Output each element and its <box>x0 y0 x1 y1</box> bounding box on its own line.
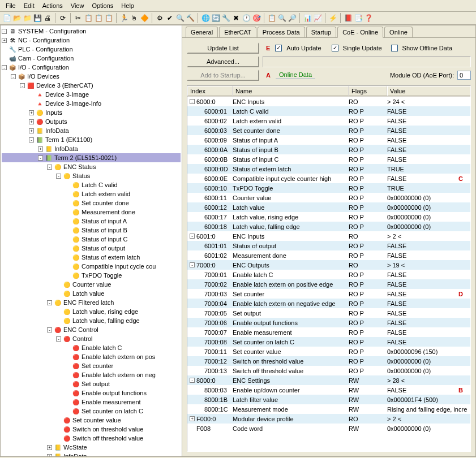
grid-row[interactable]: F008 Code word RW 0x00000000 (0) <box>187 424 470 433</box>
paste-icon[interactable]: 📋 <box>94 14 103 23</box>
tree-expander[interactable]: + <box>29 110 34 115</box>
list-icon[interactable]: 📋 <box>267 14 276 23</box>
tab-startup[interactable]: Startup <box>306 27 336 37</box>
tree-item[interactable]: +📒InfoData <box>2 126 181 135</box>
tree-expander[interactable]: - <box>56 174 61 179</box>
book-icon[interactable]: 📕 <box>344 14 353 23</box>
tree-item[interactable]: +📒InfoData <box>2 144 181 153</box>
tree-expander[interactable]: - <box>56 336 61 342</box>
mouse-icon[interactable]: 🖱 <box>130 14 139 23</box>
grid-row[interactable]: 6000:0A Status of input B RO P FALSE <box>187 145 470 154</box>
auto-update-checkbox[interactable]: ✓ <box>275 45 282 51</box>
grid-row[interactable]: 7000:05 Set output RO P FALSE <box>187 308 470 318</box>
tree-item[interactable]: 📹Cam - Configuration <box>2 54 181 63</box>
tree-expander[interactable]: + <box>29 128 34 133</box>
open-icon[interactable]: 📂 <box>12 14 22 23</box>
tree-expander[interactable]: - <box>47 300 52 305</box>
tree-item[interactable]: -📦I/O Devices <box>2 72 181 81</box>
grid-row[interactable]: 6000:18 Latch value, falling edge RO P 0… <box>187 222 470 231</box>
tree-item[interactable]: +📒WcState <box>2 443 181 452</box>
grid-row[interactable]: 6000:03 Set counter done RO P FALSE <box>187 126 470 135</box>
grid-row[interactable]: 6000:10 TxPDO Toggle RO P TRUE <box>187 183 470 193</box>
tree-item[interactable]: 🔴Enable measurement <box>2 397 181 407</box>
tree-item[interactable]: 🟡Latch value, falling edge <box>2 316 181 325</box>
grid-row[interactable]: 8000:03 Enable up/down counter RW FALSE … <box>187 385 470 395</box>
col-name[interactable]: Name <box>233 86 349 96</box>
cut-icon[interactable]: ✂ <box>74 14 83 23</box>
tree-item[interactable]: -📦I/O - Configuration <box>2 63 181 72</box>
tree-expander[interactable]: - <box>29 137 34 142</box>
tree-item[interactable]: -🟡ENC Filtered latch <box>2 298 181 307</box>
tree-expander[interactable]: + <box>29 119 34 124</box>
grid-row[interactable]: 6000:12 Latch value RO P 0x00000000 (0) <box>187 202 470 212</box>
grid-expander[interactable]: - <box>190 378 195 383</box>
tree-item[interactable]: 🟡Status of output <box>2 244 181 253</box>
menu-help[interactable]: Help <box>118 1 138 10</box>
tree-item[interactable]: 🔴Set counter on latch C <box>2 407 181 416</box>
tree-item[interactable]: 🔴Set counter value <box>2 416 181 425</box>
tab-coe---online[interactable]: CoE - Online <box>337 27 383 38</box>
run-icon[interactable]: 🏃 <box>119 14 128 23</box>
help-icon[interactable]: ❓ <box>364 14 373 23</box>
tree-item[interactable]: 🔺Device 3-Image <box>2 90 181 99</box>
tree-item[interactable]: -📗Term 1 (EK1100) <box>2 135 181 144</box>
tab-ethercat[interactable]: EtherCAT <box>219 27 256 37</box>
grid-row[interactable]: 6000:17 Latch value, rising edge RO P 0x… <box>187 212 470 222</box>
tree-item[interactable]: +🛠NC - Configuration <box>2 36 181 45</box>
tree-item[interactable]: +🟡Inputs <box>2 108 181 117</box>
target-icon[interactable]: 🎯 <box>252 14 261 23</box>
tree-item[interactable]: -🟡ENC Status <box>2 162 181 171</box>
tree-item[interactable]: 🟡Measurement done <box>2 208 181 217</box>
fx2-icon[interactable]: 📈 <box>313 14 322 23</box>
tree-item[interactable]: -🟡Status <box>2 171 181 180</box>
tree-item[interactable]: 🟡Latch value, rising edge <box>2 307 181 316</box>
grid-expander[interactable]: - <box>190 99 195 104</box>
grid-row[interactable]: +F000:0 Modular device profile RO > 2 < <box>187 414 470 424</box>
tree-item[interactable]: 🟡Latch value <box>2 289 181 298</box>
grid-row[interactable]: -8000:0 ENC Settings RW > 28 < <box>187 375 470 385</box>
tree-item[interactable]: 🟡Counter value <box>2 280 181 289</box>
grid-row[interactable]: 6000:0E Compatible input cycle counter h… <box>187 174 470 183</box>
wrench-icon[interactable]: 🔧 <box>221 14 230 23</box>
tree-item[interactable]: 🟡Latch C valid <box>2 180 181 189</box>
grid-row[interactable]: -7000:0 ENC Outputs RO > 19 < <box>187 260 470 270</box>
new-icon[interactable]: 📄 <box>2 14 11 23</box>
tree-item[interactable]: -🔴Control <box>2 334 181 343</box>
print-icon[interactable]: 🖨 <box>43 14 52 23</box>
tree-expander[interactable]: - <box>20 83 25 88</box>
grid-row[interactable]: 7000:07 Enable measurement RO P FALSE <box>187 327 470 337</box>
grid-row[interactable]: 7000:04 Enable latch extern on negative … <box>187 299 470 308</box>
tree-expander[interactable]: + <box>38 146 43 152</box>
tree-item[interactable]: 🟡Status of input A <box>2 217 181 226</box>
fx1-icon[interactable]: 📊 <box>303 14 312 23</box>
grid-row[interactable]: -6000:0 ENC Inputs RO > 24 < <box>187 97 470 106</box>
search-icon[interactable]: 🔍 <box>277 14 286 23</box>
grid-row[interactable]: 6000:0B Status of input C RO P FALSE <box>187 154 470 164</box>
grid-row[interactable]: -6001:0 ENC Inputs RO > 2 < <box>187 231 470 241</box>
sync-icon[interactable]: 🔄 <box>211 14 220 23</box>
menu-view[interactable]: View <box>67 1 88 10</box>
tree-item[interactable]: 🔴Enable latch C <box>2 343 181 352</box>
col-index[interactable]: Index <box>187 86 233 96</box>
menu-edit[interactable]: Edit <box>20 1 38 10</box>
grid-row[interactable]: 8000:1B Latch filter value RW 0x000001F4… <box>187 395 470 404</box>
tree-expander[interactable]: - <box>11 74 16 79</box>
find-icon[interactable]: 🔍 <box>175 14 185 23</box>
grid-row[interactable]: 7000:01 Enable latch C RO P FALSE <box>187 270 470 279</box>
grid-row[interactable]: 7000:11 Set counter value RO P 0x0000009… <box>187 347 470 356</box>
tree-item[interactable]: 🟡Compatible input cycle cou <box>2 262 181 271</box>
x-icon[interactable]: ✖ <box>231 14 241 23</box>
grid-row[interactable]: 6000:01 Latch C valid RO P FALSE <box>187 106 470 116</box>
config-tree[interactable]: -🖥SYSTEM - Configuration+🛠NC - Configura… <box>1 25 182 457</box>
grid-body[interactable]: -6000:0 ENC Inputs RO > 24 < 6000:01 Lat… <box>187 97 470 451</box>
tree-item[interactable]: +📒InfoData <box>2 452 181 457</box>
tree-item[interactable]: -📗Term 2 (EL5151-0021) <box>2 153 181 162</box>
grid-row[interactable]: 6001:02 Measurement done RO P FALSE <box>187 250 470 260</box>
bolt-icon[interactable]: ⚡ <box>328 14 337 23</box>
tab-process-data[interactable]: Process Data <box>258 27 305 37</box>
grid-row[interactable]: 6000:02 Latch extern valid RO P FALSE <box>187 116 470 126</box>
open2-icon[interactable]: 📁 <box>23 14 32 23</box>
tree-item[interactable]: 🟡Status of extern latch <box>2 253 181 262</box>
grid-row[interactable]: 6000:11 Counter value RO P 0x00000000 (0… <box>187 193 470 202</box>
tree-expander[interactable]: - <box>2 65 7 70</box>
